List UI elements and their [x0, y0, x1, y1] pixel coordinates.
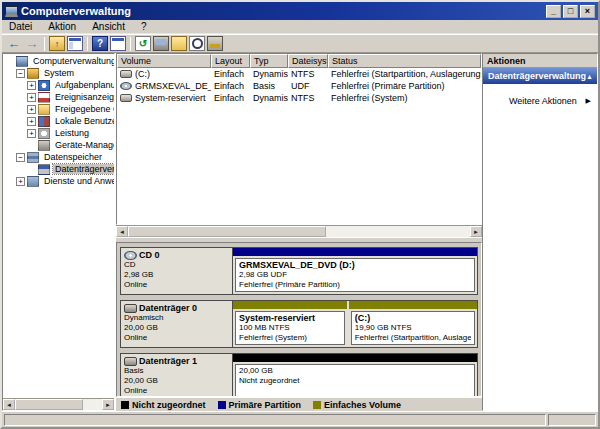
menu-help[interactable]: ?	[139, 21, 149, 32]
manage-icon[interactable]	[207, 36, 223, 51]
table-row[interactable]: System-reserviertEinfachDynamischNTFSFeh…	[117, 92, 481, 104]
scrollbar-thumb[interactable]	[15, 399, 83, 410]
disk-info: Dynamisch	[124, 313, 229, 323]
column-header-volume[interactable]: Volume	[117, 54, 211, 68]
scroll-right-icon[interactable]: ►	[102, 399, 114, 410]
partition[interactable]: GRMSXEVAL_DE_DVD (D:)2,98 GB UDFFehlerfr…	[233, 248, 477, 294]
tree-item[interactable]: +Dienste und Anwendungen	[3, 175, 114, 187]
collapse-icon[interactable]: −	[16, 153, 25, 162]
open-icon[interactable]	[171, 36, 187, 51]
toolbar-separator	[87, 37, 88, 51]
forward-icon[interactable]	[24, 36, 40, 51]
expand-icon[interactable]: +	[27, 105, 36, 114]
column-header-dateisystem[interactable]: Dateisystem	[288, 54, 328, 68]
disk-header[interactable]: Datenträger 0Dynamisch20,00 GBOnline	[121, 301, 233, 347]
legend-item: Primäre Partition	[218, 400, 302, 410]
legend-bar: Nicht zugeordnetPrimäre PartitionEinfach…	[116, 397, 482, 411]
shared-folders-icon	[38, 104, 50, 115]
tree-item[interactable]: Computerverwaltung (Lokal)	[3, 55, 114, 67]
storage-icon	[27, 152, 39, 163]
tree-item-label: Aufgabenplanung	[53, 80, 114, 90]
find-icon[interactable]	[189, 36, 205, 51]
tree-item[interactable]: Datenträgerverwaltung	[3, 163, 114, 175]
collapse-chevron-icon[interactable]: ▲	[586, 73, 593, 80]
menu-aktion[interactable]: Aktion	[46, 21, 78, 32]
expand-icon[interactable]: +	[27, 129, 36, 138]
collapse-icon[interactable]: −	[16, 69, 25, 78]
toolbar-separator	[44, 37, 45, 51]
back-icon[interactable]	[6, 36, 22, 51]
partition-body: (C:)19,90 GB NTFSFehlerfrei (Startpartit…	[351, 311, 475, 345]
menu-ansicht[interactable]: Ansicht	[90, 21, 127, 32]
disk-row[interactable]: CD 0CD2,98 GBOnlineGRMSXEVAL_DE_DVD (D:)…	[120, 247, 478, 295]
device-manager-icon	[38, 140, 50, 151]
submenu-arrow-icon: ▶	[586, 97, 591, 105]
tree-item-label: Dienste und Anwendungen	[42, 176, 114, 186]
properties-icon[interactable]	[153, 36, 169, 51]
column-header-typ[interactable]: Typ	[250, 54, 288, 68]
partition-info: 100 MB NTFS	[239, 323, 341, 333]
disk-management-pane: VolumeLayoutTypDateisystemStatus (C:)Ein…	[115, 53, 482, 411]
volume-list: VolumeLayoutTypDateisystemStatus (C:)Ein…	[116, 53, 482, 225]
column-header-status[interactable]: Status	[328, 54, 481, 68]
table-row[interactable]: GRMSXEVAL_DE_DVD (D:)EinfachBasisUDFFehl…	[117, 80, 481, 92]
status-bar	[2, 411, 598, 427]
up-level-icon[interactable]	[49, 36, 65, 51]
console-tree: Computerverwaltung (Lokal)−System+Aufgab…	[3, 55, 114, 398]
tree-item[interactable]: +Freigegebene Ordner	[3, 103, 114, 115]
tree-item[interactable]: −System	[3, 67, 114, 79]
tree-item[interactable]: Geräte-Manager	[3, 139, 114, 151]
maximize-button[interactable]: □	[563, 5, 578, 18]
close-button[interactable]: ×	[580, 5, 595, 18]
layout-cell: Einfach	[211, 81, 250, 91]
scrollbar-thumb[interactable]	[128, 226, 326, 237]
scroll-right-icon[interactable]: ►	[470, 226, 482, 237]
menu-datei[interactable]: Datei	[7, 21, 34, 32]
disk-row[interactable]: Datenträger 1Basis20,00 GBOnline20,00 GB…	[120, 353, 478, 397]
title-bar[interactable]: Computerverwaltung _ □ ×	[2, 2, 598, 20]
tree-item[interactable]: −Datenspeicher	[3, 151, 114, 163]
partition-info: 20,00 GB	[239, 366, 471, 376]
help-icon[interactable]	[92, 36, 108, 51]
expand-icon[interactable]: +	[27, 81, 36, 90]
partition[interactable]: 20,00 GBNicht zugeordnet	[233, 354, 477, 397]
disk-info: 20,00 GB	[124, 376, 229, 386]
console-tree-icon[interactable]	[67, 36, 83, 51]
legend-color-swatch	[218, 401, 226, 409]
partition[interactable]: System-reserviert100 MB NTFSFehlerfrei (…	[233, 301, 347, 347]
partition-body: 20,00 GBNicht zugeordnet	[235, 364, 475, 397]
partition-strip: GRMSXEVAL_DE_DVD (D:)2,98 GB UDFFehlerfr…	[233, 248, 477, 294]
disk-row[interactable]: Datenträger 0Dynamisch20,00 GBOnlineSyst…	[120, 300, 478, 348]
partition-color-bar	[233, 301, 347, 309]
disk-header[interactable]: Datenträger 1Basis20,00 GBOnline	[121, 354, 233, 397]
partition[interactable]: (C:)19,90 GB NTFSFehlerfrei (Startpartit…	[349, 301, 477, 347]
list-horizontal-scrollbar[interactable]: ◄ ►	[116, 225, 482, 237]
table-row[interactable]: (C:)EinfachDynamischNTFSFehlerfrei (Star…	[117, 68, 481, 80]
disk-header[interactable]: CD 0CD2,98 GBOnline	[121, 248, 233, 294]
typ-cell: Basis	[250, 81, 288, 91]
refresh-icon[interactable]	[135, 36, 151, 51]
volume-name: GRMSXEVAL_DE_DVD (D:)	[135, 81, 211, 91]
expand-icon[interactable]: +	[27, 117, 36, 126]
export-list-icon[interactable]	[110, 36, 126, 51]
drive-icon	[120, 94, 132, 102]
tree-item[interactable]: +Aufgabenplanung	[3, 79, 114, 91]
partition-info: Fehlerfrei (Primäre Partition)	[239, 280, 471, 290]
tree-item[interactable]: +Lokale Benutzer und Grup	[3, 115, 114, 127]
toolbar-separator	[130, 37, 131, 51]
minimize-button[interactable]: _	[546, 5, 561, 18]
dateisystem-cell: UDF	[288, 81, 328, 91]
tree-item[interactable]: +Leistung	[3, 127, 114, 139]
scroll-left-icon[interactable]: ◄	[3, 399, 15, 410]
scroll-left-icon[interactable]: ◄	[116, 226, 128, 237]
expand-icon[interactable]: +	[27, 93, 36, 102]
disk-management-icon	[38, 164, 50, 175]
more-actions-item[interactable]: Weitere Aktionen ▶	[483, 94, 597, 108]
actions-section-header[interactable]: Datenträgerverwaltung ▲	[483, 68, 597, 84]
tree-item[interactable]: +Ereignisanzeige	[3, 91, 114, 103]
tree-horizontal-scrollbar[interactable]: ◄ ►	[3, 398, 114, 410]
expand-icon[interactable]: +	[16, 177, 25, 186]
column-header-layout[interactable]: Layout	[211, 54, 250, 68]
partition-body: System-reserviert100 MB NTFSFehlerfrei (…	[235, 311, 345, 345]
disk-info: Basis	[124, 366, 229, 376]
